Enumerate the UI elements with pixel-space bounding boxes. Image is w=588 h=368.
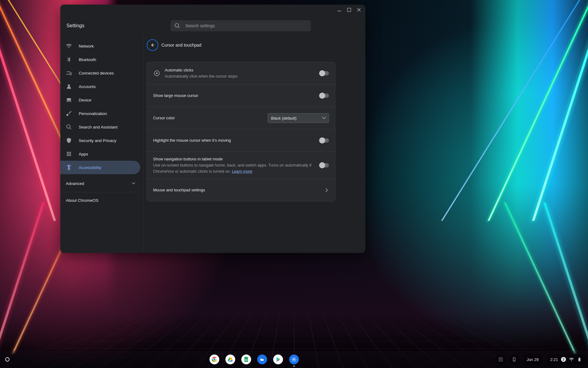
sidebar-item-label: Accounts [79, 84, 96, 89]
laptop-icon [66, 97, 72, 103]
shelf-app-files[interactable] [257, 355, 267, 364]
search-icon [174, 23, 180, 29]
sidebar-item-accounts[interactable]: Accounts [60, 80, 140, 93]
learn-more-link[interactable]: Learn more [232, 169, 252, 174]
toggle-highlight-cursor[interactable] [320, 138, 329, 143]
row-mouse-touchpad-settings[interactable]: Mouse and touchpad settings [147, 179, 335, 201]
status-date: Jun 29 [527, 357, 539, 362]
drive-icon [227, 356, 233, 362]
dropdown-value: Black (default) [271, 116, 319, 121]
sidebar-item-label: Connected devices [79, 71, 114, 75]
page-title: Cursor and touchpad [161, 43, 202, 48]
close-icon [357, 8, 361, 12]
notification-badge: 2 [561, 357, 566, 362]
shelf-app-sheets[interactable] [241, 355, 251, 364]
calendar-button[interactable]: Jun 29 [522, 354, 543, 365]
sidebar-item-search-assistant[interactable]: Search and Assistant [60, 120, 140, 134]
svg-rect-26 [296, 359, 296, 360]
arrow-back-icon [150, 42, 155, 48]
row-title: Cursor color [153, 115, 263, 121]
row-highlight-cursor: Highlight the mouse cursor when it's mov… [147, 129, 335, 151]
window-close-button[interactable] [354, 5, 364, 14]
svg-rect-23 [294, 357, 294, 358]
settings-window: Settings Network Bluetooth [60, 5, 365, 253]
toggle-nav-buttons-tablet[interactable] [320, 163, 329, 167]
sidebar-about-label: About ChromeOS [66, 198, 99, 203]
tote-button[interactable] [496, 354, 506, 365]
accessibility-icon [66, 164, 72, 171]
sidebar-divider [60, 192, 140, 192]
search-icon [66, 124, 72, 130]
chevron-right-icon [325, 188, 329, 192]
chrome-icon [211, 356, 217, 362]
shelf-app-row [209, 355, 299, 364]
sidebar-item-label: Network [79, 44, 94, 48]
sidebar-item-about[interactable]: About ChromeOS [60, 194, 143, 207]
sidebar-item-connected-devices[interactable]: Connected devices [60, 66, 140, 80]
row-large-cursor: Show large mouse cursor [147, 84, 335, 107]
row-nav-buttons-tablet: Show navigation buttons in tablet mode U… [147, 151, 335, 179]
settings-card: Automatic clicks Automatically click whe… [147, 62, 335, 201]
sidebar-advanced-toggle[interactable]: Advanced [60, 176, 143, 191]
sidebar-item-network[interactable]: Network [60, 39, 140, 53]
person-icon [66, 83, 72, 90]
app-title: Settings [66, 23, 171, 29]
apps-icon [66, 151, 72, 157]
sidebar-item-label: Accessibility [79, 165, 101, 170]
row-title: Show navigation buttons in tablet mode [153, 156, 315, 162]
sidebar-item-label: Apps [79, 152, 88, 156]
row-subtitle: Use on-screen buttons to navigate home, … [153, 162, 315, 174]
window-titlebar[interactable] [60, 5, 365, 16]
bluetooth-icon [66, 56, 72, 63]
shelf-app-play[interactable] [273, 355, 283, 364]
settings-sidebar: Network Bluetooth Connected devices Acco… [60, 36, 144, 253]
sidebar-item-bluetooth[interactable]: Bluetooth [60, 53, 140, 66]
toggle-large-cursor[interactable] [320, 94, 329, 98]
chevron-down-icon [322, 116, 326, 120]
page-back-button[interactable] [147, 39, 158, 51]
brush-icon [66, 110, 72, 117]
sidebar-item-accessibility[interactable]: Accessibility [60, 161, 140, 174]
dropdown-cursor-color[interactable]: Black (default) [268, 113, 329, 123]
shelf-app-settings[interactable] [289, 355, 299, 364]
row-automatic-clicks: Automatic clicks Automatically click whe… [147, 62, 335, 84]
sheets-icon [243, 356, 249, 362]
battery-icon [577, 357, 582, 362]
sidebar-advanced-label: Advanced [66, 181, 84, 186]
svg-rect-1 [348, 8, 351, 12]
row-title: Show large mouse cursor [153, 93, 315, 99]
sidebar-item-apps[interactable]: Apps [60, 147, 140, 161]
phone-hub-button[interactable] [509, 354, 519, 365]
phone-icon [512, 357, 517, 362]
row-title: Highlight the mouse cursor when it's mov… [153, 137, 315, 144]
search-settings-input[interactable] [185, 23, 307, 29]
search-settings-field[interactable] [171, 20, 311, 31]
maximize-icon [347, 8, 351, 12]
play-icon [275, 356, 281, 362]
shelf-app-drive[interactable] [225, 355, 235, 364]
row-title: Mouse and touchpad settings [153, 187, 320, 193]
status-time: 2:21 [550, 357, 558, 362]
window-maximize-button[interactable] [345, 5, 354, 14]
sidebar-item-security-privacy[interactable]: Security and Privacy [60, 134, 140, 147]
row-title: Automatic clicks [165, 67, 315, 73]
launcher-button[interactable] [2, 354, 13, 365]
svg-point-36 [514, 360, 514, 361]
svg-point-4 [156, 72, 158, 74]
settings-main: Cursor and touchpad Automatic clicks Aut… [144, 36, 365, 253]
svg-rect-0 [337, 11, 341, 11]
shelf-app-chrome[interactable] [209, 355, 219, 364]
toggle-automatic-clicks[interactable] [320, 71, 329, 75]
wifi-icon [66, 43, 72, 49]
sidebar-item-device[interactable]: Device [60, 93, 140, 107]
chevron-down-icon [132, 182, 135, 185]
row-subtitle: Automatically click when the cursor stop… [165, 73, 315, 79]
tote-icon [498, 357, 503, 362]
svg-rect-25 [292, 359, 292, 360]
sidebar-item-personalization[interactable]: Personalization [60, 107, 140, 120]
svg-rect-38 [579, 358, 580, 358]
window-minimize-button[interactable] [335, 5, 344, 14]
row-cursor-color: Cursor color Black (default) [147, 107, 335, 129]
sidebar-item-label: Personalization [79, 111, 107, 116]
status-tray-button[interactable]: 2:21 2 [546, 354, 586, 365]
